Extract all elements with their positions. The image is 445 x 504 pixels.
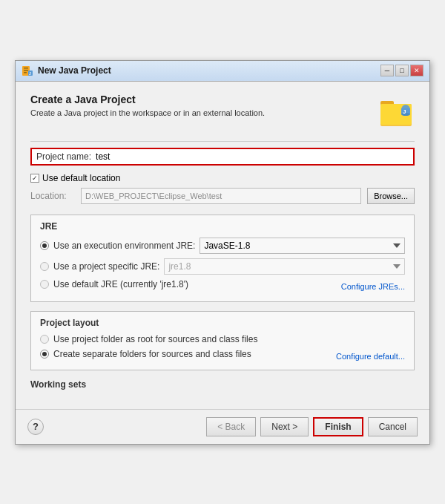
- top-divider: [30, 141, 415, 142]
- minimize-button[interactable]: ─: [380, 65, 394, 76]
- jre-option2-radio[interactable]: [40, 262, 49, 271]
- layout-option2-radio[interactable]: [40, 350, 49, 359]
- footer: ? < Back Next > Finish Cancel: [16, 409, 429, 444]
- svg-text:J: J: [403, 108, 406, 115]
- jre-option3-radio[interactable]: [40, 280, 49, 289]
- jre-section: JRE Use an execution environment JRE: Ja…: [30, 215, 415, 302]
- restore-button[interactable]: □: [395, 65, 409, 76]
- title-bar-left: J New Java Project: [22, 65, 111, 76]
- folder-icon: J: [379, 94, 415, 129]
- configure-jres-link[interactable]: Configure JREs...: [341, 282, 405, 291]
- header-section: Create a Java Project Create a Java proj…: [30, 94, 415, 129]
- back-button[interactable]: < Back: [206, 417, 256, 436]
- layout-option1-radio[interactable]: [40, 335, 49, 344]
- layout-option2-row: Create separate folders for sources and …: [40, 349, 251, 359]
- dialog-content: Create a Java Project Create a Java proj…: [16, 82, 429, 409]
- location-row: Location: Browse...: [30, 188, 415, 204]
- jre-option1-row: Use an execution environment JRE: JavaSE…: [40, 238, 405, 254]
- footer-left: ?: [27, 419, 44, 435]
- svg-text:J: J: [29, 71, 31, 76]
- layout-option1-label: Use project folder as root for sources a…: [53, 334, 257, 344]
- close-button[interactable]: ✕: [410, 65, 423, 76]
- help-button[interactable]: ?: [27, 419, 44, 435]
- footer-buttons: < Back Next > Finish Cancel: [206, 417, 418, 436]
- layout-option1-row: Use project folder as root for sources a…: [40, 334, 405, 344]
- working-sets-section: Working sets: [30, 379, 415, 390]
- jre-option1-radio[interactable]: [40, 241, 49, 250]
- jre-environment-select[interactable]: JavaSE-1.8 JavaSE-1.7 JavaSE-11: [200, 238, 405, 254]
- configure-default-link[interactable]: Configure default...: [336, 352, 405, 361]
- jre-title: JRE: [40, 221, 405, 232]
- next-button[interactable]: Next >: [260, 417, 309, 436]
- cancel-button[interactable]: Cancel: [368, 417, 418, 436]
- use-default-location-label: Use default location: [42, 173, 120, 183]
- location-label: Location:: [30, 191, 75, 201]
- jre-specific-select[interactable]: jre1.8: [164, 258, 405, 275]
- finish-button[interactable]: Finish: [313, 417, 363, 436]
- browse-button[interactable]: Browse...: [367, 188, 415, 204]
- dialog-title: Create a Java Project: [30, 94, 265, 105]
- working-sets-title: Working sets: [30, 379, 415, 390]
- window-icon: J: [22, 65, 33, 76]
- svg-rect-1: [24, 68, 28, 69]
- title-bar: J New Java Project ─ □ ✕: [16, 61, 429, 82]
- project-name-label: Project name:: [36, 151, 91, 162]
- window-title: New Java Project: [38, 65, 111, 76]
- location-input[interactable]: [81, 188, 361, 204]
- project-layout-title: Project layout: [40, 318, 405, 328]
- project-layout-section: Project layout Use project folder as roo…: [30, 311, 415, 370]
- use-default-location-checkbox[interactable]: [30, 174, 39, 183]
- default-location-row: Use default location: [30, 173, 415, 183]
- layout-option2-label: Create separate folders for sources and …: [53, 349, 251, 359]
- title-buttons: ─ □ ✕: [380, 65, 423, 76]
- header-text: Create a Java Project Create a Java proj…: [30, 94, 265, 117]
- jre-option3-row: Use default JRE (currently 'jre1.8'): [40, 279, 188, 289]
- main-window: J New Java Project ─ □ ✕ Create a Java P…: [15, 60, 430, 445]
- jre-option3-label: Use default JRE (currently 'jre1.8'): [53, 279, 188, 289]
- svg-rect-2: [24, 70, 28, 71]
- svg-rect-3: [24, 72, 27, 73]
- project-name-input[interactable]: [96, 151, 409, 162]
- jre-option1-label: Use an execution environment JRE:: [53, 240, 195, 251]
- project-name-wrapper: Project name:: [30, 148, 415, 166]
- jre-option2-label: Use a project specific JRE:: [53, 261, 159, 272]
- jre-option2-row: Use a project specific JRE: jre1.8: [40, 258, 405, 275]
- dialog-description: Create a Java project in the workspace o…: [30, 108, 265, 117]
